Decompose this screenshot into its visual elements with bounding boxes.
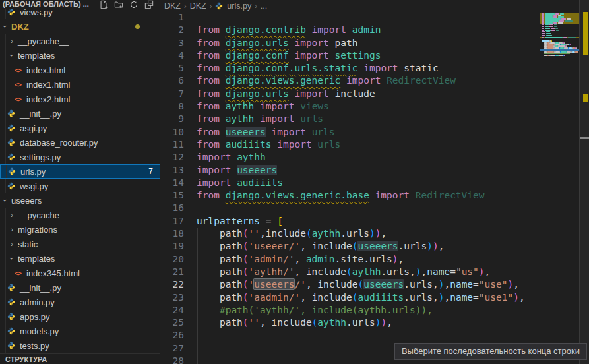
chevron-down-icon: ›	[1, 197, 9, 204]
tree-item-database-roouter-py[interactable]: database_roouter.py	[0, 135, 160, 150]
chevron-right-icon: ›	[8, 211, 16, 219]
breadcrumb-separator-icon: ›	[183, 2, 188, 10]
html-file-icon: <>	[13, 67, 22, 74]
tree-item-admin-py[interactable]: admin.py	[0, 295, 160, 309]
eol-tooltip: Выберите последовательность конца строки	[394, 343, 587, 360]
tree-item-label: __pycache__	[18, 36, 69, 46]
code-line[interactable]: from django.views.generic import Redirec…	[197, 75, 540, 87]
chevron-down-icon: ›	[8, 255, 16, 262]
code-line[interactable]: from useeers import urls	[197, 126, 540, 138]
outline-section-label: СТРУКТУРА	[5, 355, 47, 363]
code-line[interactable]: urlpatterns = [	[197, 215, 540, 228]
explorer-header: (РАБОЧАЯ ОБЛАСТЬ) ...	[0, 0, 160, 9]
line-number: 19	[160, 240, 184, 253]
chevron-right-icon: ›	[8, 37, 16, 45]
tree-item-useeers[interactable]: ›useeers	[0, 193, 160, 208]
code-line[interactable]: import aythh	[197, 151, 540, 164]
line-number: 27	[160, 342, 184, 355]
breadcrumb-item[interactable]: DKZ	[190, 1, 206, 11]
python-file-icon	[7, 124, 16, 132]
code-line[interactable]: path('aadmin/', include(audiiits.urls,),…	[197, 291, 540, 304]
code-line[interactable]: path('admin/', admin.site.urls),	[197, 253, 540, 266]
breadcrumb-item[interactable]: urls.py	[227, 1, 251, 11]
new-folder-icon[interactable]	[114, 0, 123, 9]
tree-item-wsgi-py[interactable]: wsgi.py	[0, 179, 160, 193]
tree-item-urls-py[interactable]: urls.py7	[0, 164, 160, 179]
tree-item-label: migrations	[18, 225, 57, 235]
python-file-icon	[7, 109, 16, 117]
tree-item-templates[interactable]: ›templates	[0, 251, 160, 266]
code-line[interactable]: from django.conf import settings	[197, 49, 540, 62]
tree-item-index345-html[interactable]: <>index345.html	[0, 266, 160, 280]
tree-item-dkz[interactable]: ›DKZ	[0, 19, 160, 34]
tree-item--pycache-[interactable]: ›__pycache__	[0, 34, 160, 48]
code-line[interactable]: from django.views.generic.base import Re…	[197, 189, 540, 202]
code-line[interactable]: #path('aythh/', include(aythh.urls)),	[197, 304, 540, 317]
minimap[interactable]	[540, 11, 580, 364]
tree-item-index2-html[interactable]: <>index2.html	[0, 92, 160, 106]
tree-item-settings-py[interactable]: settings.py	[0, 150, 160, 164]
tree-item-asgi-py[interactable]: asgi.py	[0, 121, 160, 135]
tree-item-migrations[interactable]: ›migrations	[0, 222, 160, 237]
code-line[interactable]: path('useeer/', include(useeers.urls)),	[197, 240, 540, 253]
eol-tooltip-text: Выберите последовательность конца строки	[402, 346, 580, 356]
tree-item-static[interactable]: ›static	[0, 237, 160, 251]
code-line[interactable]	[197, 11, 540, 24]
html-file-icon: <>	[13, 96, 22, 103]
refresh-icon[interactable]	[129, 0, 139, 9]
scrollbar-overview-ruler[interactable]	[579, 0, 589, 364]
tree-item-index1-html[interactable]: <>index1.html	[0, 77, 160, 92]
breadcrumb-separator-icon: ›	[208, 2, 214, 10]
line-number: 8	[160, 100, 184, 113]
line-number: 10	[160, 126, 184, 138]
minimap-line	[540, 60, 580, 62]
tree-item-label: index345.html	[26, 268, 80, 278]
line-number: 14	[160, 177, 184, 189]
tree-item--init-py[interactable]: __init__.py	[0, 106, 160, 121]
tree-item-templates[interactable]: ›templates	[0, 48, 160, 63]
code-line[interactable]: from django.conf.urls.static import stat…	[197, 62, 540, 75]
code-content[interactable]: from django.contrib import adminfrom dja…	[197, 11, 540, 364]
line-number: 17	[160, 215, 184, 228]
tree-item-label: index2.html	[26, 94, 70, 104]
tree-item-tests-py[interactable]: tests.py	[0, 338, 160, 353]
code-line[interactable]: path('',include(aythh.urls)),	[197, 228, 540, 240]
tree-item-label: __init__.py	[20, 109, 61, 119]
outline-section-header[interactable]: СТРУКТУРА	[0, 353, 160, 364]
tree-item-label: tests.py	[20, 341, 49, 351]
line-number: 2	[160, 24, 184, 36]
tree-item-label: settings.py	[20, 152, 61, 162]
code-line[interactable]	[197, 329, 540, 342]
code-line[interactable]: path('', include(aythh.urls)),	[197, 317, 540, 329]
code-line[interactable]: from django.urls import path	[197, 37, 540, 49]
code-line[interactable]: from aythh import views	[197, 100, 540, 113]
tree-item--pycache-[interactable]: ›__pycache__	[0, 208, 160, 222]
overview-ruler-mark	[580, 137, 589, 139]
collapse-all-icon[interactable]	[144, 0, 154, 9]
breadcrumb-item[interactable]: ...	[261, 1, 267, 11]
code-line[interactable]: from audiiits import urls	[197, 138, 540, 151]
explorer-title: (РАБОЧАЯ ОБЛАСТЬ) ...	[3, 0, 99, 8]
code-line[interactable]: path('aythh/', include(aythh.urls,),name…	[197, 266, 540, 278]
line-number: 4	[160, 49, 184, 62]
tree-item-label: static	[18, 239, 38, 249]
tree-item-index-html[interactable]: <>index.html	[0, 63, 160, 77]
tree-item-label: index.html	[26, 65, 65, 75]
tree-item--init-py[interactable]: __init__.py	[0, 280, 160, 295]
python-file-icon	[7, 284, 16, 291]
code-line[interactable]: path('useeers/', include(useeers.urls,),…	[197, 278, 540, 291]
breadcrumb-item[interactable]: DKZ	[164, 1, 181, 11]
code-line[interactable]: from aythh import urls	[197, 113, 540, 125]
line-number: 12	[160, 151, 184, 164]
tree-item-apps-py[interactable]: apps.py	[0, 309, 160, 324]
code-line[interactable]: import useeers	[197, 164, 540, 177]
code-line[interactable]: from django.urls import include	[197, 88, 540, 100]
code-line[interactable]	[197, 202, 540, 214]
code-line[interactable]: import audiiits	[197, 177, 540, 189]
line-number: 18	[160, 228, 184, 240]
tree-item-models-py[interactable]: models.py	[0, 324, 160, 338]
new-file-icon[interactable]	[99, 0, 108, 9]
code-line[interactable]: from django.contrib import admin	[197, 24, 540, 36]
vscode-window: views.py›DKZ›__pycache__›templates<>inde…	[0, 0, 589, 364]
code-area[interactable]: 1234567891011121314151617181920212223242…	[160, 11, 540, 364]
